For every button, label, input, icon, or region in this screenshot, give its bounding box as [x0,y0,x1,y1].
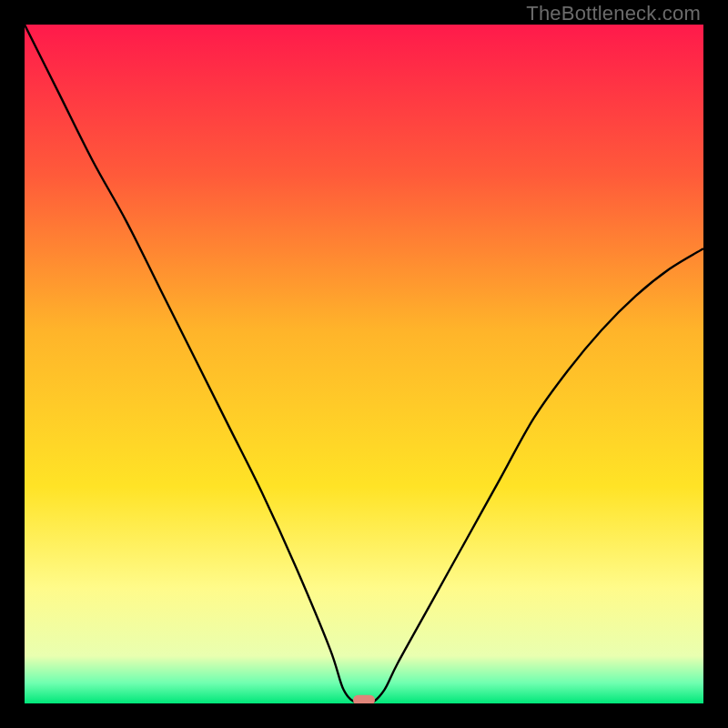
watermark-text: TheBottleneck.com [526,2,701,25]
chart-frame [25,25,703,703]
gradient-background [25,25,703,703]
bottleneck-chart [25,25,703,703]
optimal-marker [353,695,375,703]
